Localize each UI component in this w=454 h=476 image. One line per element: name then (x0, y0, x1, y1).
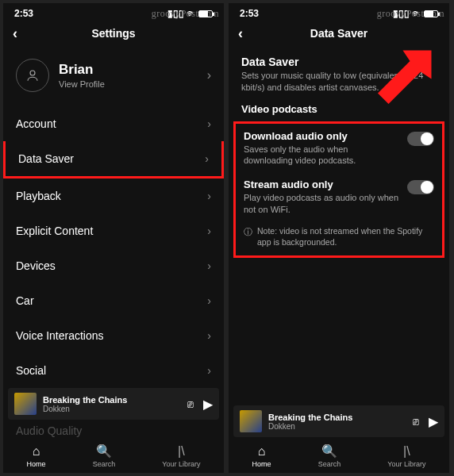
video-podcasts-heading: Video podcasts (229, 98, 449, 121)
tab-label: Home (252, 460, 271, 468)
tab-label: Your Library (387, 460, 425, 468)
option-title: Stream audio only (244, 178, 399, 190)
tab-search[interactable]: 🔍 Search (318, 443, 341, 468)
menu-label: Voice Interactions (16, 329, 104, 342)
tab-home[interactable]: ⌂ Home (27, 444, 46, 468)
info-note: ⓘ Note: video is not streamed when the S… (236, 221, 442, 255)
battery-icon (424, 10, 438, 17)
battery-icon (198, 10, 213, 17)
tab-label: Your Library (162, 460, 200, 468)
home-icon: ⌂ (33, 444, 40, 459)
view-profile-label: View Profile (59, 79, 105, 89)
info-icon: ⓘ (244, 226, 252, 238)
menu-item-account[interactable]: Account› (3, 106, 224, 141)
page-title: Data Saver (310, 27, 367, 40)
now-playing-text: Breaking the Chains Dokken (43, 395, 181, 413)
album-art (240, 410, 262, 432)
toggle-knob (421, 181, 433, 194)
chevron-right-icon: › (207, 117, 211, 130)
option-download-audio-only[interactable]: Download audio only Saves only the audio… (236, 124, 442, 173)
toggle-download-audio-only[interactable] (407, 132, 434, 146)
chevron-right-icon: › (207, 259, 211, 272)
now-playing-bar[interactable]: Breaking the Chains Dokken ⎚ ▶ (8, 388, 219, 420)
track-artist: Dokken (43, 405, 181, 413)
menu-label: Account (16, 117, 56, 130)
menu-label: Explicit Content (16, 225, 93, 237)
settings-menu: Account› Data Saver› Playback› Explicit … (3, 106, 224, 388)
data-saver-section: Data Saver Sets your music quality to lo… (229, 48, 449, 98)
toggle-knob (421, 132, 433, 145)
menu-label: Car (16, 294, 34, 307)
devices-icon[interactable]: ⎚ (413, 416, 419, 428)
profile-row[interactable]: Brian View Profile › (3, 48, 224, 106)
tab-library[interactable]: |\ Your Library (387, 444, 425, 468)
menu-item-audio-quality[interactable]: Audio Quality (3, 420, 224, 437)
play-icon[interactable]: ▶ (203, 397, 213, 412)
track-title: Breaking the Chains (43, 395, 181, 405)
chevron-right-icon: › (207, 68, 211, 83)
settings-screen: groovyPost.com 2:53 ▮▯▯ ᯤ ‹ Settings Bri… (3, 3, 224, 473)
toggle-stream-audio-only[interactable] (407, 180, 434, 194)
play-icon[interactable]: ▶ (429, 414, 438, 429)
header: ‹ Settings (3, 21, 224, 48)
profile-text: Brian View Profile (59, 62, 105, 89)
track-title: Breaking the Chains (268, 413, 406, 422)
tab-label: Home (27, 460, 46, 468)
library-icon: |\ (178, 444, 185, 459)
profile-name: Brian (59, 62, 105, 78)
option-stream-audio-only[interactable]: Stream audio only Play video podcasts as… (236, 172, 442, 221)
menu-label: Data Saver (18, 152, 74, 165)
info-text: Note: video is not streamed when the Spo… (257, 226, 434, 248)
menu-item-voice[interactable]: Voice Interactions› (3, 318, 224, 353)
header: ‹ Data Saver (229, 21, 449, 48)
chevron-right-icon: › (207, 329, 211, 342)
menu-item-devices[interactable]: Devices› (3, 248, 224, 283)
chevron-right-icon: › (207, 190, 211, 202)
tab-label: Search (93, 460, 116, 468)
track-artist: Dokken (268, 422, 406, 431)
avatar-icon (16, 59, 49, 92)
option-desc: Saves only the audio when downloading vi… (244, 144, 399, 167)
option-desc: Play video podcasts as audio only when n… (244, 192, 399, 215)
menu-label: Social (16, 364, 46, 377)
now-playing-bar[interactable]: Breaking the Chains Dokken ⎚ ▶ (233, 405, 444, 437)
tab-search[interactable]: 🔍 Search (93, 443, 116, 468)
clock: 2:53 (240, 8, 259, 19)
tab-library[interactable]: |\ Your Library (162, 444, 200, 468)
search-icon: 🔍 (96, 443, 112, 459)
menu-item-data-saver[interactable]: Data Saver› (3, 141, 224, 178)
album-art (14, 393, 37, 415)
tab-bar: ⌂ Home 🔍 Search |\ Your Library (229, 437, 449, 473)
chevron-right-icon: › (207, 364, 211, 377)
tab-label: Search (318, 460, 341, 468)
devices-icon[interactable]: ⎚ (187, 398, 194, 410)
option-title: Download audio only (244, 130, 399, 142)
data-saver-title: Data Saver (241, 56, 437, 68)
menu-label: Playback (16, 190, 61, 202)
clock: 2:53 (14, 8, 33, 19)
chevron-right-icon: › (205, 152, 209, 165)
menu-item-playback[interactable]: Playback› (3, 178, 224, 213)
back-chevron-icon[interactable]: ‹ (238, 25, 243, 42)
now-playing-text: Breaking the Chains Dokken (268, 413, 406, 431)
chevron-right-icon: › (207, 294, 211, 307)
data-saver-desc: Sets your music quality to low (equivale… (241, 70, 437, 94)
data-saver-screen: groovyPost.com 2:53 ▮▯▯ ᯤ ‹ Data Saver D… (229, 3, 449, 473)
search-icon: 🔍 (321, 443, 337, 459)
video-podcast-options: Download audio only Saves only the audio… (233, 121, 444, 258)
tab-home[interactable]: ⌂ Home (252, 444, 271, 468)
menu-item-social[interactable]: Social› (3, 353, 224, 388)
tab-bar: ⌂ Home 🔍 Search |\ Your Library (3, 437, 224, 473)
home-icon: ⌂ (258, 444, 266, 459)
menu-item-car[interactable]: Car› (3, 283, 224, 318)
page-title: Settings (91, 27, 135, 40)
chevron-right-icon: › (207, 225, 211, 237)
menu-label: Devices (16, 259, 56, 272)
library-icon: |\ (403, 444, 410, 459)
menu-item-explicit[interactable]: Explicit Content› (3, 213, 224, 248)
back-chevron-icon[interactable]: ‹ (13, 25, 17, 42)
svg-point-0 (30, 71, 35, 75)
